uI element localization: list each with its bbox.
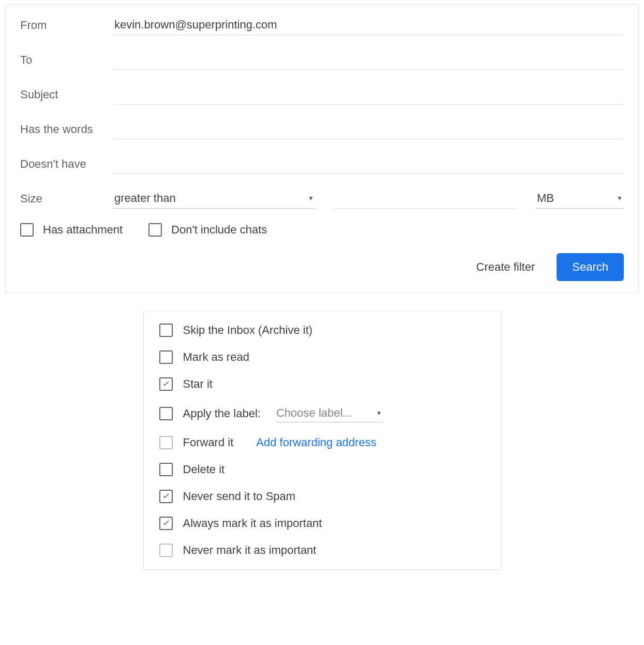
- from-input[interactable]: [113, 15, 624, 35]
- size-unit-dropdown[interactable]: MB ▼: [536, 188, 624, 209]
- to-input[interactable]: [113, 50, 624, 70]
- dont-include-chats-checkbox[interactable]: Don't include chats: [148, 223, 267, 237]
- size-unit-value: MB: [537, 192, 554, 205]
- has-attachment-checkbox[interactable]: Has attachment: [20, 223, 123, 237]
- filter-option-row: Mark as read: [159, 350, 485, 364]
- add-forwarding-address-link[interactable]: Add forwarding address: [256, 436, 376, 449]
- has-words-input[interactable]: [113, 119, 624, 139]
- checkbox-icon[interactable]: [159, 324, 173, 337]
- has-attachment-label: Has attachment: [43, 223, 123, 237]
- doesnt-have-row: Doesn't have: [20, 154, 624, 174]
- filter-option-label: Star it: [183, 377, 213, 391]
- checkbox-icon[interactable]: [159, 350, 173, 364]
- filter-option-label: Forward it: [183, 436, 234, 449]
- filter-option-label: Never send it to Spam: [183, 490, 296, 503]
- filter-criteria-panel: From To Subject Has the words Doesn't ha…: [5, 4, 639, 293]
- filter-option-row: Skip the Inbox (Archive it): [159, 324, 485, 337]
- doesnt-have-label: Doesn't have: [20, 157, 113, 171]
- filter-option-label: Mark as read: [183, 350, 249, 364]
- checkbox-icon[interactable]: [159, 544, 173, 557]
- size-comparator-value: greater than: [114, 192, 176, 205]
- from-row: From: [20, 15, 624, 35]
- filter-option-label: Apply the label:: [183, 407, 261, 420]
- filter-option-row: Forward itAdd forwarding address: [159, 436, 485, 449]
- size-row: Size greater than ▼ MB ▼: [20, 188, 624, 209]
- size-label: Size: [20, 192, 113, 206]
- subject-input[interactable]: [113, 84, 624, 105]
- choose-label-placeholder: Choose label...: [276, 406, 352, 420]
- from-label: From: [20, 19, 113, 32]
- checkbox-icon[interactable]: [159, 436, 173, 449]
- actions-row: Create filter Search: [20, 253, 624, 281]
- checkbox-icon: [20, 223, 34, 237]
- filter-options-panel: Skip the Inbox (Archive it)Mark as readS…: [143, 311, 501, 570]
- checkbox-icon[interactable]: [159, 407, 173, 420]
- choose-label-dropdown[interactable]: Choose label...▼: [275, 404, 383, 422]
- size-comparator-dropdown[interactable]: greater than ▼: [113, 188, 315, 209]
- filter-options-list: Skip the Inbox (Archive it)Mark as readS…: [159, 324, 485, 557]
- filter-option-label: Always mark it as important: [183, 517, 322, 530]
- checkbox-icon[interactable]: [159, 463, 173, 476]
- checkbox-icon[interactable]: [159, 377, 173, 391]
- checkbox-icon: [148, 223, 162, 237]
- has-words-row: Has the words: [20, 119, 624, 139]
- to-row: To: [20, 50, 624, 70]
- caret-down-icon: ▼: [308, 195, 314, 202]
- filter-option-label: Skip the Inbox (Archive it): [183, 324, 313, 337]
- caret-down-icon: ▼: [617, 195, 623, 202]
- doesnt-have-input[interactable]: [113, 154, 624, 174]
- checkbox-icon[interactable]: [159, 517, 173, 530]
- filter-option-row: Apply the label:Choose label...▼: [159, 404, 485, 422]
- subject-label: Subject: [20, 88, 113, 101]
- extra-checkbox-row: Has attachment Don't include chats: [20, 223, 624, 237]
- caret-down-icon: ▼: [376, 409, 382, 417]
- filter-option-row: Never send it to Spam: [159, 490, 485, 503]
- filter-option-row: Always mark it as important: [159, 517, 485, 530]
- filter-option-row: Never mark it as important: [159, 544, 485, 557]
- size-amount-input[interactable]: [334, 188, 517, 209]
- checkbox-icon[interactable]: [159, 490, 173, 503]
- filter-option-row: Delete it: [159, 463, 485, 476]
- filter-option-label: Never mark it as important: [183, 544, 317, 557]
- to-label: To: [20, 53, 113, 67]
- has-words-label: Has the words: [20, 123, 113, 136]
- create-filter-button[interactable]: Create filter: [473, 255, 538, 279]
- filter-option-label: Delete it: [183, 463, 225, 476]
- search-button[interactable]: Search: [557, 253, 624, 281]
- dont-include-chats-label: Don't include chats: [171, 223, 267, 237]
- filter-option-row: Star it: [159, 377, 485, 391]
- subject-row: Subject: [20, 84, 624, 105]
